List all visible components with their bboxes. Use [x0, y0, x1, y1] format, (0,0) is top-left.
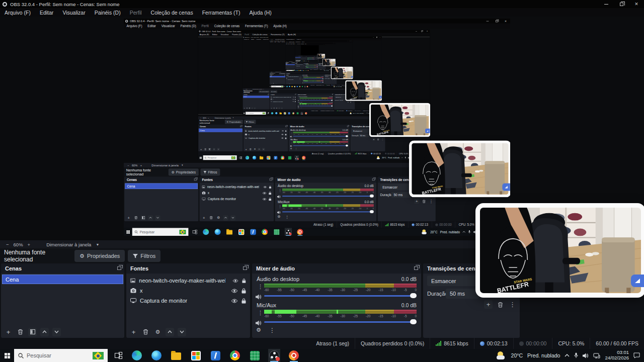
weather-temp[interactable]: 20°C [511, 352, 523, 358]
chevron-down-icon[interactable]: ▼ [181, 164, 183, 166]
eye-icon[interactable] [299, 76, 300, 77]
move-scene-up-button[interactable] [251, 107, 253, 109]
menu-item-visualizar[interactable]: Visualizar [219, 33, 230, 35]
filters-button[interactable]: Filtros [270, 90, 277, 93]
zoom-in-button[interactable]: + [28, 242, 31, 247]
weather-desc[interactable]: Pred. nublado [388, 157, 400, 159]
kebab-menu-icon[interactable]: ⋮ [258, 310, 263, 316]
lock-icon[interactable] [295, 97, 296, 98]
move-scene-up-button[interactable] [148, 215, 153, 220]
menu-item-ajuda[interactable]: Ajuda (H) [306, 45, 308, 45]
webcam-overlay-window[interactable]: STAR WARS BATTLEFR [475, 203, 644, 298]
add-transition-button[interactable]: + [484, 300, 493, 309]
close-button[interactable]: ✕ [629, 0, 644, 8]
scene-item-selected[interactable]: Cena [270, 76, 285, 77]
source-properties-button[interactable]: ⚙ [253, 148, 256, 151]
move-scene-up-button[interactable] [40, 328, 49, 336]
blue-app-icon[interactable] [209, 349, 221, 362]
spreadsheet-app-icon[interactable] [305, 70, 306, 71]
weather-icon[interactable] [497, 351, 507, 359]
advanced-audio-icon[interactable]: ⚙ [277, 215, 280, 219]
kebab-menu-icon[interactable]: ⋮ [301, 107, 302, 109]
weather-icon[interactable] [318, 61, 318, 61]
menu-item-perfil[interactable]: Perfil [125, 10, 146, 16]
scene-filters-button[interactable] [141, 215, 146, 220]
floating-blue-handle[interactable] [379, 96, 382, 98]
slider-handle[interactable] [317, 68, 318, 68]
sources-panel-header[interactable]: Fontes [126, 263, 250, 274]
slider-handle[interactable] [370, 210, 374, 213]
edge-legacy-icon[interactable] [297, 70, 298, 71]
close-button[interactable]: ✕ [501, 19, 510, 24]
move-source-down-button[interactable] [178, 328, 186, 336]
lock-icon[interactable] [242, 278, 246, 284]
search-input[interactable]: Pesquisar [14, 349, 108, 362]
add-source-button[interactable]: + [245, 148, 248, 151]
scene-item-selected[interactable]: Cena [243, 96, 269, 98]
lock-icon[interactable] [269, 192, 271, 195]
lock-icon[interactable] [242, 288, 246, 294]
desktop-audio-volume-slider[interactable] [306, 66, 318, 66]
obs-icon[interactable] [306, 70, 307, 71]
minimize-button[interactable] [599, 0, 614, 8]
lock-icon[interactable] [285, 133, 286, 135]
source-item-overlay[interactable]: neon-twitch-overlay-maker-with-webcam-fr… [244, 129, 288, 132]
fit-to-window-label[interactable]: Dimensionar à janela [151, 163, 179, 167]
zoom-in-button[interactable]: + [208, 117, 209, 119]
mic-aux-volume-slider[interactable] [282, 210, 374, 213]
menu-item-visualizar[interactable]: Visualizar [277, 42, 281, 43]
microphone-icon[interactable] [574, 352, 578, 358]
source-item-monitor-capture[interactable]: Captura de monitor [301, 58, 306, 59]
weather-icon[interactable] [324, 70, 325, 71]
desktop-audio-volume-slider[interactable] [293, 135, 348, 137]
menu-item-colecao-de-cenas[interactable]: Coleção de cenas [274, 39, 285, 40]
weather-icon[interactable] [334, 86, 335, 87]
mic-aux-volume-slider[interactable] [300, 106, 333, 107]
kebab-menu-icon[interactable]: ⋮ [318, 58, 319, 59]
add-scene-button[interactable]: + [4, 328, 13, 336]
speaker-icon[interactable] [583, 353, 589, 358]
minimize-button[interactable] [483, 19, 492, 24]
add-transition-button[interactable]: + [372, 138, 375, 141]
menu-item-arquivo[interactable]: Arquivo (F) [269, 42, 274, 43]
red-browser-icon[interactable] [306, 85, 308, 87]
menu-item-ferramentas[interactable]: Ferramentas (T) [269, 33, 286, 35]
floating-blue-handle[interactable] [425, 129, 430, 133]
undock-icon[interactable] [194, 178, 197, 180]
menu-item-ajuda[interactable]: Ajuda (H) [245, 10, 276, 16]
microsoft-store-icon[interactable] [284, 112, 286, 115]
add-transition-button[interactable]: + [332, 79, 333, 80]
kebab-menu-icon[interactable]: ⋮ [258, 284, 263, 290]
obs-icon[interactable] [300, 112, 303, 115]
chevron-down-icon[interactable]: ▼ [232, 117, 233, 119]
remove-source-button[interactable] [273, 107, 275, 109]
menu-item-arquivo[interactable]: Arquivo (F) [124, 24, 145, 28]
red-browser-icon[interactable] [288, 349, 300, 362]
obs-icon[interactable] [268, 349, 280, 362]
menu-item-visualizar[interactable]: Visualizar [158, 24, 178, 28]
red-browser-icon[interactable] [308, 70, 309, 71]
weather-desc[interactable]: Pred. nublado [327, 70, 329, 71]
move-source-down-button[interactable] [230, 215, 235, 220]
webcam-overlay-window[interactable]: STAR WARS BATTLEFR [409, 140, 510, 197]
zoom-out-button[interactable]: − [127, 163, 129, 167]
kebab-menu-icon[interactable]: ⋮ [291, 132, 293, 134]
menu-item-colecao-de-cenas[interactable]: Coleção de cenas [297, 44, 301, 44]
start-button[interactable] [0, 349, 14, 362]
chrome-icon[interactable] [280, 155, 285, 160]
eye-icon[interactable] [292, 99, 294, 100]
weather-desc[interactable]: Pred. nublado [338, 86, 342, 87]
chrome-icon[interactable] [303, 70, 304, 71]
clock[interactable]: 03:01 24/02/2026 [605, 350, 629, 361]
lock-icon[interactable] [285, 130, 287, 132]
fit-to-window-label[interactable]: Dimensionar à janela [46, 242, 91, 247]
eye-icon[interactable] [232, 279, 238, 283]
slider-handle[interactable] [323, 82, 324, 82]
microphone-icon[interactable] [344, 86, 344, 87]
menu-item-editar[interactable]: Editar [211, 33, 219, 35]
menu-item-paineis[interactable]: Painéis (D) [262, 39, 270, 40]
menu-item-colecao-de-cenas[interactable]: Coleção de cenas [211, 24, 242, 28]
menu-item-paineis[interactable]: Painéis (D) [90, 10, 125, 16]
menu-item-ferramentas[interactable]: Ferramentas (T) [285, 39, 295, 40]
search-input[interactable]: Pesquisar [271, 85, 283, 87]
